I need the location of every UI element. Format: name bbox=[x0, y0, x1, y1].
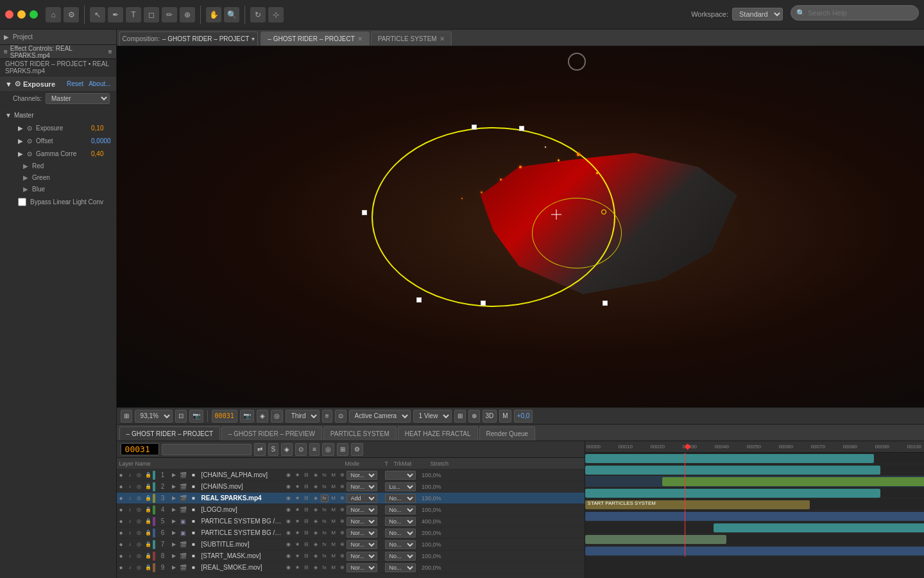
hand-tool[interactable]: ✋ bbox=[206, 7, 221, 22]
tab-close-particles[interactable]: ✕ bbox=[440, 35, 445, 42]
comp-switch-btn[interactable]: ⇄ bbox=[254, 443, 266, 456]
layer-lock-2[interactable]: 🔒 bbox=[144, 484, 153, 489]
layer-mode-2[interactable]: Nor... bbox=[346, 482, 377, 491]
layer-solo-2[interactable]: ◎ bbox=[135, 484, 144, 489]
viewport-fit-btn[interactable]: ⊡ bbox=[175, 410, 187, 423]
layer-motion-1[interactable]: M bbox=[330, 471, 338, 479]
layer-expand-2[interactable]: ▶ bbox=[169, 484, 178, 489]
home-icon[interactable]: ⌂ bbox=[46, 7, 61, 22]
handle-bottom-left[interactable] bbox=[416, 297, 422, 302]
layer-solo-3[interactable]: ◎ bbox=[135, 495, 144, 501]
close-button[interactable] bbox=[5, 10, 13, 19]
layer-vis-3[interactable]: ● bbox=[117, 495, 126, 502]
layer-quality-1[interactable]: ◈ bbox=[312, 471, 320, 479]
layer-motion-3[interactable]: M bbox=[330, 495, 338, 502]
layer-trkmat-1[interactable] bbox=[385, 471, 416, 480]
brush-tool[interactable]: ✏ bbox=[162, 7, 177, 22]
comp-dropdown-arrow[interactable]: ▾ bbox=[252, 35, 255, 42]
layer-adj-1[interactable]: ⊕ bbox=[339, 471, 346, 479]
layer-solo-icon-1[interactable]: ◉ bbox=[285, 471, 293, 479]
red-toggle[interactable]: ▶ bbox=[23, 162, 28, 170]
motion-btn[interactable]: M bbox=[499, 410, 511, 423]
layer-mode-9[interactable]: Nor... bbox=[346, 563, 377, 572]
layer-audio-1[interactable]: ♪ bbox=[126, 472, 135, 478]
layer-quality-3[interactable]: ◈ bbox=[312, 495, 320, 502]
layer-solo-icon-2[interactable]: ◉ bbox=[285, 483, 293, 491]
layer-adj-3[interactable]: ⊕ bbox=[339, 495, 346, 502]
layer-effect-2[interactable]: fx bbox=[321, 483, 329, 491]
tl-tab-render[interactable]: Render Queue bbox=[479, 426, 536, 441]
layer-shy-3[interactable]: ★ bbox=[294, 495, 302, 502]
channels-dropdown[interactable]: Master bbox=[46, 93, 110, 104]
layer-mode-6[interactable]: Nor... bbox=[346, 529, 377, 538]
camera-dropdown[interactable]: Active Camera bbox=[349, 410, 411, 423]
bypass-checkbox[interactable] bbox=[18, 198, 26, 206]
settings-icon[interactable]: ⚙ bbox=[64, 7, 79, 22]
master-header[interactable]: ▼ Master bbox=[0, 109, 116, 121]
pen-tool[interactable]: ✒ bbox=[108, 7, 123, 22]
tl-btn-5[interactable]: ≡ bbox=[309, 443, 320, 456]
offset-prop-toggle[interactable]: ▶ bbox=[18, 137, 23, 144]
layer-audio-3[interactable]: ♪ bbox=[126, 495, 135, 501]
solo-btn[interactable]: S bbox=[268, 443, 279, 456]
layer-effect-3-fx[interactable]: fx bbox=[321, 495, 329, 502]
motion-blur-btn[interactable]: ◈ bbox=[257, 410, 268, 423]
gamma-prop-toggle[interactable]: ▶ bbox=[18, 150, 23, 157]
layer-mode-4[interactable]: Nor... bbox=[346, 505, 377, 514]
minimize-button[interactable] bbox=[17, 10, 26, 19]
tl-btn-6[interactable]: ◎ bbox=[322, 443, 334, 456]
camera-snap-btn[interactable]: 📷 bbox=[240, 410, 254, 423]
layer-lock-3[interactable]: 🔒 bbox=[144, 495, 153, 501]
handle-bottom-right[interactable] bbox=[603, 301, 608, 306]
tl-btn-4[interactable]: ⊙ bbox=[295, 443, 307, 456]
viewport-camera-btn[interactable]: 📷 bbox=[189, 410, 203, 423]
layer-adj-2[interactable]: ⊕ bbox=[339, 483, 346, 491]
tl-tab-project[interactable]: – GHOST RIDER – PROJECT bbox=[119, 426, 220, 441]
reset-button[interactable]: Reset bbox=[67, 80, 83, 87]
layer-mode-3[interactable]: Add bbox=[346, 494, 377, 503]
layer-trkmat-2[interactable]: Lu... bbox=[385, 482, 416, 491]
snap-btn[interactable]: ⊕ bbox=[468, 410, 480, 423]
handle-left[interactable] bbox=[362, 210, 367, 215]
layer-mode-7[interactable]: Nor... bbox=[346, 540, 377, 549]
layer-motion-2[interactable]: M bbox=[330, 483, 338, 491]
layer-controls-btn[interactable]: ≡ bbox=[322, 410, 332, 423]
tl-btn-3[interactable]: ◈ bbox=[281, 443, 293, 456]
layer-mode-8[interactable]: Nor... bbox=[346, 552, 377, 561]
handle-bottom[interactable] bbox=[481, 301, 486, 306]
about-button[interactable]: About... bbox=[89, 80, 110, 87]
tab-close-project[interactable]: ✕ bbox=[357, 35, 363, 42]
layer-collapse-2[interactable]: ⊟ bbox=[303, 483, 311, 491]
layer-solo-icon-3[interactable]: ◉ bbox=[285, 495, 293, 502]
handle-top-mid[interactable] bbox=[519, 126, 524, 131]
layer-mode-5[interactable]: Nor... bbox=[346, 517, 377, 526]
blue-toggle[interactable]: ▶ bbox=[23, 186, 28, 193]
layer-audio-2[interactable]: ♪ bbox=[126, 484, 135, 489]
puppet-tool[interactable]: ⊹ bbox=[268, 7, 284, 22]
tab-particle-system[interactable]: PARTICLE SYSTEM ✕ bbox=[371, 31, 452, 46]
layer-trkmat-3[interactable]: No... bbox=[385, 494, 416, 503]
layer-effect-1[interactable]: fx bbox=[321, 471, 329, 479]
layer-vis-4[interactable]: ● bbox=[117, 506, 126, 513]
tl-tab-heat[interactable]: HEAT HAZE FRACTAL bbox=[398, 426, 478, 441]
draft-btn[interactable]: ◎ bbox=[271, 410, 283, 423]
viewport-grid-btn[interactable]: ⊞ bbox=[121, 410, 132, 423]
tl-btn-8[interactable]: ⚙ bbox=[351, 443, 363, 456]
timecode-main[interactable]: 00031 bbox=[121, 443, 159, 455]
layer-expand-3[interactable]: ▶ bbox=[169, 495, 178, 501]
green-toggle[interactable]: ▶ bbox=[23, 174, 28, 181]
view-options-btn[interactable]: ⊞ bbox=[454, 410, 466, 423]
3d-btn[interactable]: 3D bbox=[483, 410, 497, 423]
layer-mode-1[interactable]: Nor... bbox=[346, 471, 377, 480]
layer-vis-2[interactable]: ● bbox=[117, 483, 126, 490]
layer-collapse-3[interactable]: ⊟ bbox=[303, 495, 311, 502]
layer-shy-1[interactable]: ★ bbox=[294, 471, 302, 479]
handle-top[interactable] bbox=[472, 125, 477, 130]
playhead-line[interactable] bbox=[685, 453, 685, 557]
effect-controls-menu[interactable]: ≡ bbox=[108, 48, 112, 55]
exposure-prop-value[interactable]: 0,10 bbox=[91, 125, 103, 132]
tl-tab-preview[interactable]: – GHOST RIDER – PREVIEW bbox=[221, 426, 322, 441]
handle-right[interactable] bbox=[601, 209, 606, 215]
workspace-dropdown[interactable]: Standard bbox=[732, 8, 783, 21]
tab-ghost-rider-project[interactable]: – GHOST RIDER – PROJECT ✕ bbox=[261, 31, 369, 46]
